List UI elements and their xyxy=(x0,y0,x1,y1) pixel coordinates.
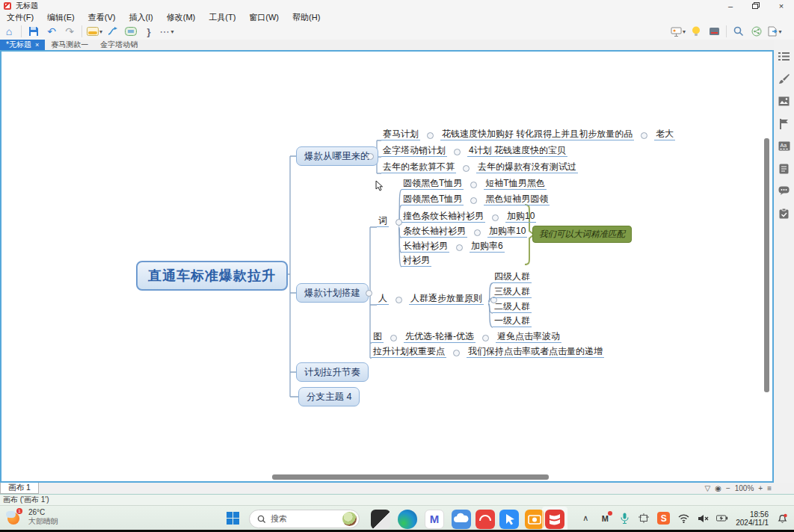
search-highlight-image[interactable] xyxy=(342,512,357,526)
summary-button[interactable]: } xyxy=(141,24,156,39)
topic-word-row4[interactable]: 条纹长袖衬衫男 加购率10 xyxy=(401,226,527,238)
collapse-handle[interactable] xyxy=(427,132,434,139)
relationship-button[interactable] xyxy=(105,24,120,39)
collapse-handle[interactable] xyxy=(396,297,402,303)
topic-segment[interactable]: 人 xyxy=(377,294,389,305)
filter-icon[interactable]: ▽ xyxy=(704,484,710,492)
tray-chevron-up-icon[interactable]: ∧ xyxy=(579,513,591,525)
tray-snip-icon[interactable] xyxy=(638,513,650,525)
collapse-handle[interactable] xyxy=(470,182,477,188)
tray-sogou-icon[interactable]: S xyxy=(657,512,670,525)
presentation-button[interactable]: ▾ xyxy=(671,24,686,39)
tray-app-m-icon[interactable]: M xyxy=(599,513,611,525)
topic-segment[interactable]: 老大 xyxy=(654,129,675,140)
redo-button[interactable]: ↷ xyxy=(62,24,77,39)
topic-segment[interactable]: 一级人群 xyxy=(493,316,532,327)
menu-edit[interactable]: 编辑(E) xyxy=(40,12,81,23)
topic-weight-row[interactable]: 拉升计划权重要点 我们保持点击率或者点击量的递增 xyxy=(372,346,604,358)
tab-close-icon[interactable]: × xyxy=(35,41,39,49)
tray-notification-bell-icon[interactable] xyxy=(776,513,788,525)
tab-jinzita-dongxiao[interactable]: 金字塔动销 xyxy=(94,40,144,50)
fit-view-icon[interactable]: ≡ xyxy=(767,484,772,492)
menu-view[interactable]: 查看(V) xyxy=(81,12,123,23)
notes-button[interactable] xyxy=(778,162,790,175)
marker-panel-button[interactable] xyxy=(778,117,790,130)
collapse-handle[interactable] xyxy=(474,229,481,236)
topic-segment[interactable]: 加购10 xyxy=(505,211,536,223)
taskbar-app-cloud[interactable] xyxy=(452,510,471,529)
topic-word-row1[interactable]: 圆领黑色T恤男 短袖T恤男黑色 xyxy=(401,178,547,190)
brainstorm-button[interactable] xyxy=(689,24,704,39)
topic-word[interactable]: 词 xyxy=(377,215,402,227)
topic-segment[interactable]: 圆领黑色T恤男 xyxy=(401,179,464,190)
topic-segment[interactable]: 去年的老款算不算 xyxy=(381,162,456,173)
topic-level1[interactable]: 一级人群 xyxy=(493,315,532,327)
topic-segment[interactable]: 二级人群 xyxy=(493,302,532,313)
topic-segment[interactable]: 避免点击率波动 xyxy=(496,332,561,343)
topic-word-row2[interactable]: 圆领黑色T恤男 黑色短袖男圆领 xyxy=(401,194,550,205)
format-button[interactable] xyxy=(778,72,790,85)
topic-word-row6[interactable]: 衬衫男 xyxy=(401,255,431,267)
mindmap-canvas[interactable]: 直通车标准爆款拉升 爆款从哪里来的 爆款计划搭建 计划拉升节奏 分支主题 4 赛… xyxy=(0,50,774,483)
topic-segment[interactable]: 黑色短袖男圆领 xyxy=(484,194,550,205)
topic-segment[interactable]: 去年的爆款有没有测试过 xyxy=(476,162,578,173)
close-button[interactable]: × xyxy=(769,0,794,12)
marker-button[interactable]: ▾ xyxy=(87,24,102,39)
maximize-button[interactable] xyxy=(743,0,769,12)
share-button[interactable] xyxy=(749,24,764,39)
zoom-out-button[interactable]: − xyxy=(726,484,730,492)
topic-segment[interactable]: 加购率10 xyxy=(487,226,527,238)
topic-word-row5[interactable]: 长袖衬衫男 加购率6 xyxy=(401,241,505,253)
central-topic[interactable]: 直通车标准爆款拉升 xyxy=(136,261,288,291)
comments-button[interactable] xyxy=(778,185,790,197)
topic-segment[interactable]: 人群逐步放量原则 xyxy=(409,294,484,305)
topic-segment[interactable]: 长袖衬衫男 xyxy=(401,241,449,253)
search-button[interactable] xyxy=(731,24,746,39)
canvas-tab[interactable]: 画布 1 xyxy=(0,483,39,494)
topic-segment[interactable]: 花钱速度快加购好 转化跟得上并且初步放量的品 xyxy=(440,129,634,140)
menu-window[interactable]: 窗口(W) xyxy=(242,12,286,23)
topic-segment[interactable]: 词 xyxy=(377,216,389,227)
vertical-scrollbar[interactable] xyxy=(764,138,769,392)
topic-row-pyramid[interactable]: 金字塔动销计划 4计划 花钱速度快的宝贝 xyxy=(381,145,567,157)
branch-where-from[interactable]: 爆款从哪里来的 xyxy=(296,146,378,166)
start-button[interactable] xyxy=(227,512,239,525)
collapse-handle[interactable] xyxy=(367,153,374,160)
overview-eye-icon[interactable]: ◉ xyxy=(715,484,721,492)
topic-row-saima[interactable]: 赛马计划 花钱速度快加购好 转化跟得上并且初步放量的品 老大 xyxy=(381,129,675,140)
topic-people[interactable]: 人 人群逐步放量原则 xyxy=(377,293,497,305)
collapse-handle[interactable] xyxy=(463,165,470,172)
topic-segment[interactable]: 条纹长袖衬衫男 xyxy=(401,226,467,238)
topic-segment[interactable]: 我们保持点击率或者点击量的递增 xyxy=(467,347,604,358)
taskbar-app-xmind-active[interactable] xyxy=(545,510,564,529)
topic-level4[interactable]: 四级人群 xyxy=(493,271,532,283)
more-tools-button[interactable]: ⋯▾ xyxy=(159,24,174,39)
topic-image-row[interactable]: 图 先优选-轮播-优选 避免点击率波动 xyxy=(372,331,561,343)
topic-segment[interactable]: 撞色条纹长袖衬衫男 xyxy=(401,211,485,223)
topic-segment[interactable]: 短袖T恤男黑色 xyxy=(484,179,546,190)
topic-segment[interactable]: 赛马计划 xyxy=(381,129,420,140)
topic-segment[interactable]: 4计划 花钱速度快的宝贝 xyxy=(467,146,567,157)
export-button[interactable]: ▾ xyxy=(767,24,782,39)
collapse-handle[interactable] xyxy=(456,244,463,251)
taskbar-app-edge[interactable] xyxy=(398,510,417,529)
taskbar-app-red[interactable] xyxy=(476,510,495,529)
branch-topic4[interactable]: 分支主题 4 xyxy=(298,387,360,406)
topic-level2[interactable]: 二级人群 xyxy=(493,301,532,313)
taskbar-app-photos[interactable] xyxy=(371,510,390,529)
zoom-in-button[interactable]: + xyxy=(758,484,763,492)
task-info-button[interactable] xyxy=(778,207,790,220)
boundary-button[interactable] xyxy=(123,24,138,39)
topic-row-lastyear[interactable]: 去年的老款算不算 去年的爆款有没有测试过 xyxy=(381,161,578,173)
tab-saima-cekuan[interactable]: 赛马测款一 xyxy=(45,40,94,50)
topic-level3[interactable]: 三级人群 xyxy=(493,286,532,298)
horizontal-scrollbar[interactable] xyxy=(272,474,549,480)
branch-lift-rhythm[interactable]: 计划拉升节奏 xyxy=(296,362,369,382)
collapse-handle[interactable] xyxy=(453,350,460,356)
collapse-handle[interactable] xyxy=(454,149,461,155)
collapse-handle[interactable] xyxy=(641,132,647,139)
save-button[interactable] xyxy=(26,24,41,39)
collapse-handle[interactable] xyxy=(492,214,499,221)
menu-tools[interactable]: 工具(T) xyxy=(202,12,242,23)
topic-segment[interactable]: 金字塔动销计划 xyxy=(381,146,447,157)
